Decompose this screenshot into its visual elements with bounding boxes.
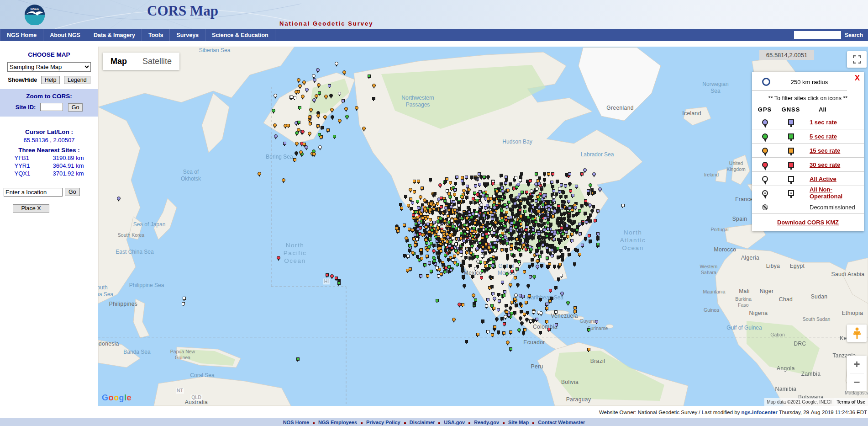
footer-link-contact-webmaster[interactable]: Contact Webmaster [538,420,585,425]
zoom-out-button[interactable]: − [847,373,867,391]
cors-marker[interactable] [539,331,542,334]
cors-marker[interactable] [517,223,520,226]
cors-marker[interactable] [422,221,425,224]
cors-marker[interactable] [528,294,531,298]
cors-marker[interactable] [519,179,522,182]
cors-marker[interactable] [448,212,452,215]
cors-marker[interactable] [564,227,567,230]
cors-marker[interactable] [549,289,552,292]
cors-marker[interactable] [529,214,532,217]
cors-marker[interactable] [497,308,500,311]
cors-marker[interactable] [453,231,456,234]
cors-marker[interactable] [330,274,334,278]
cors-marker[interactable] [572,214,575,217]
cors-marker[interactable] [481,233,484,236]
cors-marker[interactable] [458,218,461,222]
cors-marker[interactable] [543,172,546,176]
cors-marker[interactable] [455,197,458,200]
cors-marker[interactable] [596,243,600,246]
cors-marker[interactable] [543,228,546,231]
cors-marker[interactable] [324,95,328,98]
cors-marker[interactable] [433,259,436,262]
cors-marker[interactable] [552,195,556,199]
cors-marker[interactable] [528,265,531,268]
cors-marker[interactable] [500,174,503,177]
legend-filter-5-sec-rate[interactable]: 5 sec rate [810,133,837,140]
cors-marker[interactable] [593,191,596,194]
cors-marker[interactable] [309,122,312,125]
cors-marker[interactable] [484,251,487,255]
legend-filter-30-sec-rate[interactable]: 30 sec rate [810,161,840,168]
cors-marker[interactable] [461,303,464,306]
cors-marker[interactable] [491,222,495,226]
cors-marker[interactable] [564,184,567,187]
cors-marker[interactable] [507,201,510,204]
cors-marker[interactable] [557,204,560,208]
cors-marker[interactable] [317,83,321,87]
cors-marker[interactable] [297,121,300,124]
cors-marker[interactable] [527,220,531,224]
cors-marker[interactable] [557,256,560,259]
cors-marker[interactable] [519,253,522,256]
footer-link-ngs-employees[interactable]: NGS Employees [318,420,357,425]
cors-marker[interactable] [512,230,516,234]
cors-marker[interactable] [444,249,447,252]
cors-marker[interactable] [449,181,452,184]
decommissioned-icon[interactable] [762,204,768,210]
cors-marker[interactable] [550,297,553,300]
cors-marker[interactable] [484,206,487,209]
cors-marker[interactable] [494,214,497,218]
cors-marker[interactable] [584,199,587,202]
cors-marker[interactable] [330,108,334,112]
cors-marker[interactable] [540,208,543,212]
cors-marker[interactable] [519,176,522,179]
cors-marker[interactable] [465,196,468,199]
cors-marker[interactable] [537,232,540,235]
cors-marker[interactable] [452,318,456,321]
cors-marker[interactable] [498,299,501,303]
cors-marker[interactable] [516,267,519,271]
nav-item-surveys[interactable]: Surveys [170,29,205,41]
cors-marker[interactable] [518,242,521,245]
cors-marker[interactable] [487,197,490,200]
cors-marker[interactable] [469,251,473,255]
cors-marker[interactable] [513,311,516,314]
cors-marker[interactable] [439,250,442,253]
cors-marker[interactable] [457,201,460,204]
cors-marker[interactable] [414,244,417,247]
cors-marker[interactable] [542,203,545,206]
cors-marker[interactable] [556,247,559,250]
cors-marker[interactable] [404,195,407,198]
cors-marker[interactable] [448,203,451,206]
cors-marker[interactable] [569,189,572,192]
cors-marker[interactable] [509,330,512,334]
cors-marker[interactable] [505,211,508,214]
cors-marker[interactable] [443,199,447,202]
cors-marker[interactable] [531,217,534,220]
cors-marker[interactable] [406,269,409,272]
cors-marker[interactable] [587,216,590,219]
cors-marker[interactable] [524,229,527,232]
cors-marker[interactable] [453,208,457,212]
cors-marker[interactable] [559,249,563,252]
cors-marker[interactable] [302,80,306,84]
cors-marker[interactable] [329,94,333,97]
cors-marker[interactable] [551,254,554,257]
cors-marker[interactable] [492,245,495,249]
cors-marker[interactable] [461,176,464,179]
cors-marker[interactable] [542,214,545,217]
cors-marker[interactable] [296,357,300,361]
cors-marker[interactable] [484,197,487,200]
cors-marker[interactable] [468,247,471,250]
cors-marker[interactable] [575,185,578,188]
gnss-flag-icon-orange[interactable] [788,148,794,154]
cors-marker[interactable] [420,248,423,251]
cors-marker[interactable] [538,198,541,201]
cors-marker[interactable] [496,239,499,242]
cors-marker[interactable] [504,215,507,218]
cors-marker[interactable] [590,209,594,213]
cors-marker[interactable] [547,172,550,176]
cors-marker[interactable] [518,248,521,251]
cors-marker[interactable] [473,240,476,244]
cors-marker[interactable] [549,224,552,227]
